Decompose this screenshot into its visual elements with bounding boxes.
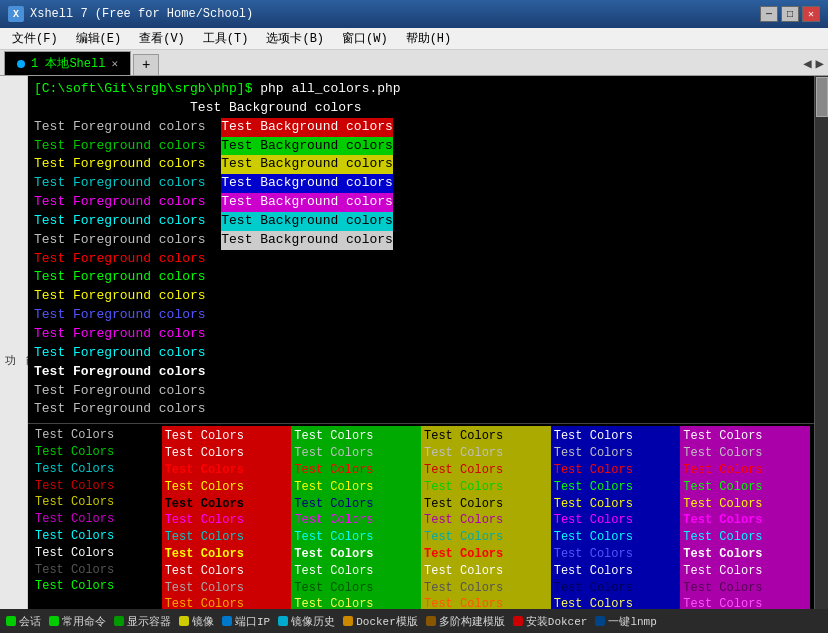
bp-label-huihua: 会话 [19, 614, 41, 629]
bp-item-huihua[interactable]: 会话 [6, 614, 41, 629]
tabbar: 1 本地Shell ✕ + ◀ ▶ [0, 50, 828, 76]
menu-view[interactable]: 查看(V) [131, 28, 193, 49]
terminal-content: [C:\soft\Git\srgb\srgb\php]$ php all_col… [28, 76, 814, 423]
titlebar: X Xshell 7 (Free for Home/School) ─ □ ✕ [0, 0, 828, 28]
color-col-5: Test Colors Test Colors Test Colors Test… [680, 426, 810, 609]
bp-label-portip: 端口IP [235, 614, 270, 629]
fg-line-8: Test Foreground colors [34, 268, 808, 287]
fg-line-13: Test Foreground colors [34, 363, 808, 382]
prompt-line: [C:\soft\Git\srgb\srgb\php]$ php all_col… [34, 80, 808, 99]
bp-item-dockertemplate[interactable]: Docker模版 [343, 614, 418, 629]
color-col-0: Test Colors Test Colors Test Colors Test… [32, 426, 162, 609]
bp-dot-installdocker [513, 616, 523, 626]
bp-item-multistage[interactable]: 多阶构建模版 [426, 614, 505, 629]
bp-dot-dockertemplate [343, 616, 353, 626]
window-title: Xshell 7 (Free for Home/School) [30, 7, 754, 21]
color-blocks-section: Test Colors Test Colors Test Colors Test… [28, 423, 828, 609]
tab-close-icon[interactable]: ✕ [111, 57, 118, 70]
fg-line-0: Test Foreground colors Test Background c… [34, 118, 808, 137]
bp-item-installdocker[interactable]: 安装Dokcer [513, 614, 588, 629]
bg-header-line: Test Background colors [34, 99, 808, 118]
bp-item-image[interactable]: 镜像 [179, 614, 214, 629]
bp-item-portip[interactable]: 端口IP [222, 614, 270, 629]
fg-line-7: Test Foreground colors [34, 250, 808, 269]
bp-dot-imagehistory [278, 616, 288, 626]
add-tab-button[interactable]: + [133, 54, 159, 75]
sidebar: 功 能 键 区 域 [0, 76, 28, 609]
minimize-button[interactable]: ─ [760, 6, 778, 22]
fg-line-5: Test Foreground colors Test Background c… [34, 212, 808, 231]
fg-line-1: Test Foreground colors Test Background c… [34, 137, 808, 156]
bp-dot-multistage [426, 616, 436, 626]
tab-status-dot [17, 60, 25, 68]
terminal[interactable]: [C:\soft\Git\srgb\srgb\php]$ php all_col… [28, 76, 828, 609]
bp-dot-image [179, 616, 189, 626]
menu-help[interactable]: 帮助(H) [398, 28, 460, 49]
fg-line-4: Test Foreground colors Test Background c… [34, 193, 808, 212]
tab-prev-button[interactable]: ◀ [803, 55, 811, 72]
maximize-button[interactable]: □ [781, 6, 799, 22]
close-button[interactable]: ✕ [802, 6, 820, 22]
bp-label-dockertemplate: Docker模版 [356, 614, 418, 629]
bp-label-display: 显示容器 [127, 614, 171, 629]
window-controls: ─ □ ✕ [760, 6, 820, 22]
color-col-3: Test Colors Test Colors Test Colors Test… [421, 426, 551, 609]
bp-label-image: 镜像 [192, 614, 214, 629]
color-col-1: Test Colors Test Colors Test Colors Test… [162, 426, 292, 609]
color-col-4: Test Colors Test Colors Test Colors Test… [551, 426, 681, 609]
bottom-panel: 会话 常用命令 显示容器 镜像 端口IP 镜像历史 Docker模版 多阶构建模… [0, 609, 828, 633]
app-icon: X [8, 6, 24, 22]
tab-next-button[interactable]: ▶ [816, 55, 824, 72]
bp-dot-display [114, 616, 124, 626]
color-blocks-grid: Test Colors Test Colors Test Colors Test… [32, 426, 810, 609]
menu-file[interactable]: 文件(F) [4, 28, 66, 49]
bp-label-imagehistory: 镜像历史 [291, 614, 335, 629]
bp-dot-portip [222, 616, 232, 626]
fg-line-12: Test Foreground colors [34, 344, 808, 363]
bp-dot-common [49, 616, 59, 626]
tab-label: 1 本地Shell [31, 55, 105, 72]
bp-label-lnmp: 一键lnmp [608, 614, 656, 629]
bp-item-imagehistory[interactable]: 镜像历史 [278, 614, 335, 629]
main-area: 功 能 键 区 域 [C:\soft\Git\srgb\srgb\php]$ p… [0, 76, 828, 609]
bp-label-multistage: 多阶构建模版 [439, 614, 505, 629]
bp-item-display[interactable]: 显示容器 [114, 614, 171, 629]
menu-edit[interactable]: 编辑(E) [68, 28, 130, 49]
tab-local-shell[interactable]: 1 本地Shell ✕ [4, 51, 131, 75]
terminal-scrollbar[interactable] [814, 76, 828, 609]
fg-line-3: Test Foreground colors Test Background c… [34, 174, 808, 193]
fg-line-14: Test Foreground colors [34, 382, 808, 401]
menu-tabs[interactable]: 选项卡(B) [258, 28, 332, 49]
bp-dot-lnmp [595, 616, 605, 626]
fg-line-10: Test Foreground colors [34, 306, 808, 325]
bp-item-lnmp[interactable]: 一键lnmp [595, 614, 656, 629]
fg-line-2: Test Foreground colors Test Background c… [34, 155, 808, 174]
sidebar-item-1[interactable]: 功 [0, 341, 19, 349]
color-col-2: Test Colors Test Colors Test Colors Test… [291, 426, 421, 609]
bp-label-common: 常用命令 [62, 614, 106, 629]
menubar: 文件(F) 编辑(E) 查看(V) 工具(T) 选项卡(B) 窗口(W) 帮助(… [0, 28, 828, 50]
bp-item-common[interactable]: 常用命令 [49, 614, 106, 629]
fg-line-9: Test Foreground colors [34, 287, 808, 306]
fg-line-15: Test Foreground colors [34, 400, 808, 419]
fg-line-11: Test Foreground colors [34, 325, 808, 344]
tab-navigation: ◀ ▶ [803, 55, 824, 75]
scrollbar-thumb[interactable] [816, 77, 828, 117]
fg-line-6: Test Foreground colors Test Background c… [34, 231, 808, 250]
menu-tools[interactable]: 工具(T) [195, 28, 257, 49]
bp-label-installdocker: 安装Dokcer [526, 614, 588, 629]
menu-window[interactable]: 窗口(W) [334, 28, 396, 49]
bp-dot-huihua [6, 616, 16, 626]
